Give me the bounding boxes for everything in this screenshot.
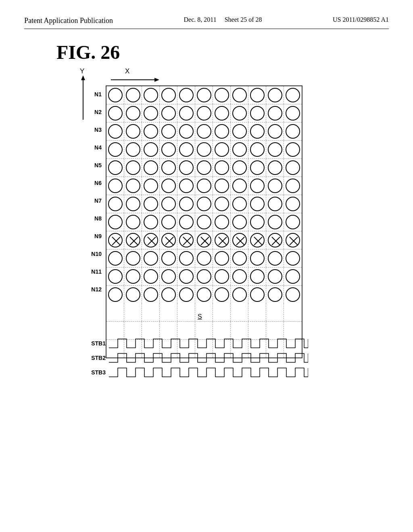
svg-marker-3 (81, 75, 85, 80)
grid-spacer-cell (213, 322, 231, 339)
grid-cell (248, 141, 266, 158)
grid-cell (248, 123, 266, 140)
grid-cell (248, 268, 266, 285)
grid-cell (142, 249, 160, 267)
grid-row-n11 (106, 268, 302, 286)
grid-cell (142, 268, 160, 285)
stb-label: STB2 (89, 355, 109, 361)
grid-cell (106, 213, 124, 231)
grid-cell (231, 159, 248, 177)
grid-cell (248, 104, 266, 122)
grid-cell (266, 249, 284, 267)
grid-cell (213, 249, 231, 267)
grid-cell (266, 286, 284, 303)
grid-spacer-cell (177, 303, 195, 321)
grid-cell (231, 268, 248, 285)
grid-cell (124, 213, 142, 231)
grid-cell (284, 268, 302, 285)
figure-label: FIG. 26 (56, 41, 389, 63)
grid-cell (231, 141, 248, 158)
stb-signal-stb3 (109, 366, 308, 378)
grid-cell (142, 213, 160, 231)
grid-cell (266, 213, 284, 231)
grid-row-n5 (106, 159, 302, 177)
grid-cell (195, 141, 213, 158)
row-label-n5: N5 (89, 156, 104, 174)
grid-cell (248, 249, 266, 267)
row-label-n1: N1 (89, 85, 104, 103)
stb-signals: STB1STB2STB3 (89, 337, 308, 381)
grid-cell (231, 123, 248, 140)
grid-spacer-cell (284, 303, 302, 321)
grid-spacer-cell (124, 322, 142, 339)
grid-cell (248, 177, 266, 195)
page-header: Patent Application Publication Dec. 8, 2… (24, 16, 389, 29)
grid-cell (248, 231, 266, 249)
grid-cell (248, 86, 266, 104)
grid-cell (195, 104, 213, 122)
grid-row-n2 (106, 104, 302, 123)
grid-spacer-cell (266, 322, 284, 339)
grid-cell (124, 286, 142, 303)
grid-cell (284, 249, 302, 267)
grid-cell (160, 159, 177, 177)
grid-spacer-cell (248, 303, 266, 321)
grid-row-n9 (106, 231, 302, 249)
grid-spacer-cell (248, 322, 266, 339)
grid-row-n12 (106, 286, 302, 303)
grid-cell (266, 268, 284, 285)
grid-cell (124, 104, 142, 122)
grid-row-n10 (106, 249, 302, 268)
grid-cell (160, 141, 177, 158)
grid-cell (266, 177, 284, 195)
grid-cell (106, 249, 124, 267)
grid-cell (266, 141, 284, 158)
grid-cell (284, 141, 302, 158)
stb-signal-stb2 (109, 352, 308, 364)
grid-cell (195, 268, 213, 285)
grid-with-labels: N1N2N3N4N5N6N7N8N9N10N11N12 (89, 85, 302, 358)
grid-row-n6 (106, 177, 302, 195)
grid-cell (177, 123, 195, 140)
grid-spacer-cell (266, 303, 284, 321)
grid-cell (195, 195, 213, 213)
grid-spacer-cell (231, 322, 248, 339)
grid-cell (124, 177, 142, 195)
grid-cell (248, 195, 266, 213)
stb-row-stb1: STB1 (89, 337, 308, 349)
grid-cell (177, 141, 195, 158)
grid-cell (284, 86, 302, 104)
grid-spacer-row (106, 303, 302, 322)
grid-cell (284, 177, 302, 195)
grid-cell (177, 177, 195, 195)
grid-spacer-cell (195, 322, 213, 339)
grid-cell (284, 286, 302, 303)
grid-cell (124, 159, 142, 177)
stb-row-stb2: STB2 (89, 352, 308, 364)
grid-cell (177, 268, 195, 285)
grid-cell (177, 104, 195, 122)
grid-cell (213, 231, 231, 249)
grid-cell (106, 177, 124, 195)
row-label-n2: N2 (89, 103, 104, 121)
grid-row-n3 (106, 123, 302, 141)
stb-signal-stb1 (109, 337, 308, 349)
grid-cell (106, 123, 124, 140)
grid-cell (160, 123, 177, 140)
grid-cell (106, 104, 124, 122)
grid-cell (195, 159, 213, 177)
y-axis: Y (79, 67, 88, 121)
diagram-area: X Y N1N2N3N4N5N6N7N8N9N10N11N12 S (48, 67, 389, 430)
svg-marker-1 (154, 78, 159, 82)
grid-cell (106, 159, 124, 177)
grid-spacer-cell (106, 303, 124, 321)
grid-cell (231, 195, 248, 213)
grid-cell (195, 231, 213, 249)
grid-cell (213, 286, 231, 303)
grid-cell (284, 195, 302, 213)
row-label-n6: N6 (89, 174, 104, 192)
grid-cell (248, 213, 266, 231)
x-axis-label: X (125, 67, 159, 75)
grid-cell (124, 249, 142, 267)
grid-cell (231, 249, 248, 267)
